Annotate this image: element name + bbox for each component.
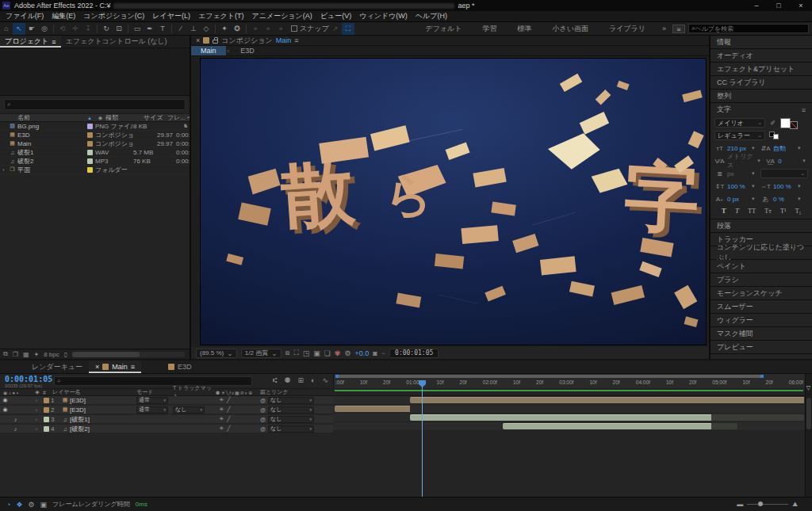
- audio-icon[interactable]: ♪: [10, 426, 21, 432]
- label-column-icon[interactable]: ◈: [32, 389, 43, 395]
- panel-header-motion-sketch[interactable]: モーションスケッチ: [710, 287, 812, 300]
- label-chip[interactable]: [84, 158, 95, 164]
- project-item-haretsu1[interactable]: ♫ 破裂1 WAV 5.7 MB 0:00:00:0: [0, 148, 190, 157]
- home-icon[interactable]: ⌂: [0, 23, 13, 35]
- layer-3-lane[interactable]: [333, 414, 805, 422]
- text-tool-icon[interactable]: T: [156, 23, 169, 35]
- puppet-pin-tool-icon[interactable]: ✪: [231, 23, 243, 35]
- layer-row-3[interactable]: ♪ › 3 ♫ [破裂1] ☀╱ @なし▾: [0, 415, 333, 424]
- trackmatte-select[interactable]: なし▾: [173, 406, 205, 414]
- stroke-color-swatch[interactable]: [790, 121, 798, 129]
- label-chip[interactable]: [41, 426, 51, 432]
- local-axis-mode-icon[interactable]: ⌖: [249, 23, 262, 35]
- project-item-haretsu2[interactable]: ♫ 破裂2 MP3 76 KB 0:00:00:0: [0, 157, 190, 166]
- pickwhip-icon[interactable]: @: [260, 417, 266, 422]
- panel-header-align[interactable]: 整列: [710, 90, 812, 103]
- region-of-interest-icon[interactable]: ▣: [313, 349, 320, 357]
- stroke-style-select[interactable]: ⌄: [760, 169, 808, 178]
- hand-tool-icon[interactable]: ☛: [25, 23, 38, 35]
- menu-effect[interactable]: エフェクト(T): [194, 11, 248, 21]
- zoom-out-icon[interactable]: ▬: [737, 501, 743, 508]
- frame-blend-icon[interactable]: ⊞: [297, 376, 304, 384]
- render-settings-icon[interactable]: ⚙: [29, 501, 35, 509]
- menu-layer[interactable]: レイヤー(L): [148, 11, 194, 21]
- faux-bold-button[interactable]: T: [722, 207, 726, 215]
- label-chip[interactable]: [84, 132, 95, 138]
- collapse-transformations-icon[interactable]: ☀: [219, 425, 224, 432]
- cache-snail-icon[interactable]: ◔: [6, 501, 10, 509]
- rotation-tool-icon[interactable]: ↻: [100, 23, 113, 35]
- workspace-learn[interactable]: 学習: [473, 24, 508, 34]
- horizontal-scale-value[interactable]: 100 %: [773, 183, 795, 190]
- chevron-down-icon[interactable]: ▾: [798, 183, 804, 189]
- selection-tool-icon[interactable]: ↖: [13, 23, 25, 35]
- label-column-icon[interactable]: ◈: [95, 115, 105, 121]
- label-chip[interactable]: [41, 398, 51, 403]
- scrollbar-thumb[interactable]: [806, 398, 811, 429]
- panel-header-mask-interpolation[interactable]: マスク補間: [710, 327, 812, 341]
- column-type[interactable]: 種類: [105, 113, 144, 122]
- menu-window[interactable]: ウィンドウ(W): [355, 11, 412, 21]
- composition-tab-bar[interactable]: × コンポジション Main ≡: [191, 36, 709, 46]
- font-style-select[interactable]: レギュラー⌄: [714, 131, 765, 140]
- panel-menu-icon[interactable]: ≡: [802, 106, 806, 114]
- project-bit-depth[interactable]: 8 bpc: [44, 351, 59, 358]
- small-caps-button[interactable]: Tᴛ: [764, 208, 771, 215]
- panel-menu-icon[interactable]: ≡: [294, 36, 298, 44]
- resolution-select[interactable]: 1/2 画質 ⌄: [241, 349, 282, 358]
- twirl-icon[interactable]: ›: [32, 407, 41, 412]
- brush-tool-icon[interactable]: ∕: [174, 23, 187, 35]
- workspace-standard[interactable]: 標準: [508, 24, 542, 34]
- magnification-select[interactable]: (89.5 %) ⌄: [196, 349, 237, 358]
- dolly-camera-tool-icon[interactable]: ↧: [82, 23, 94, 35]
- twirl-icon[interactable]: ›: [0, 167, 7, 173]
- panel-header-wiggler[interactable]: ウィグラー: [710, 314, 812, 327]
- composition-mini-flowchart-icon[interactable]: ⑆: [273, 376, 277, 384]
- project-item-e3d[interactable]: ▦ E3D コンポジション 29.97 0:00:00:0: [0, 131, 190, 139]
- parent-select[interactable]: なし▾: [268, 416, 314, 423]
- menu-edit[interactable]: 編集(E): [48, 11, 79, 21]
- layer-name[interactable]: [E3D]: [70, 406, 136, 414]
- capture-icon[interactable]: ▣: [40, 501, 48, 509]
- maximize-button[interactable]: □: [768, 0, 790, 11]
- baseline-shift-value[interactable]: 0 px: [727, 196, 749, 203]
- subscript-button[interactable]: T₁: [795, 208, 802, 215]
- pickwhip-icon[interactable]: @: [260, 426, 266, 432]
- chevron-down-icon[interactable]: ▾: [757, 158, 763, 164]
- exposure-value[interactable]: +0.0: [354, 349, 369, 357]
- menu-animation[interactable]: アニメーション(A): [248, 11, 316, 21]
- layer-row-4[interactable]: ♪ › 4 ♫ [破裂2] ☀╱ @なし▾: [0, 425, 333, 433]
- layer-name-column[interactable]: レイヤー名: [52, 388, 136, 396]
- project-search-box[interactable]: ⌕: [4, 99, 186, 110]
- workspace-small-screen[interactable]: 小さい画面: [542, 24, 599, 34]
- mode-column[interactable]: モード: [136, 388, 173, 396]
- layer-name[interactable]: [破裂1]: [70, 415, 136, 424]
- chevron-down-icon[interactable]: ▾: [752, 196, 758, 202]
- label-chip[interactable]: [41, 407, 51, 413]
- mask-shape-tool-icon[interactable]: ▭: [131, 23, 144, 35]
- collapse-transformations-icon[interactable]: ☀: [219, 406, 224, 413]
- project-horizontal-scrollbar[interactable]: [72, 352, 185, 357]
- parent-link-column[interactable]: 親とリンク: [260, 388, 333, 396]
- column-inpoint[interactable]: インポイント: [186, 113, 190, 122]
- panel-header-preview[interactable]: プレビュー: [710, 341, 812, 354]
- mode-select[interactable]: 通常▾: [136, 397, 168, 404]
- layer-name[interactable]: [E3D]: [70, 397, 136, 404]
- quality-icon[interactable]: ╱: [227, 406, 230, 413]
- layer-1-lane[interactable]: [333, 396, 805, 405]
- exposure-gear-icon[interactable]: ⚙: [344, 349, 350, 357]
- tab-effect-controls[interactable]: エフェクトコントロール (なし): [61, 36, 172, 48]
- snap-options-icon[interactable]: ↗: [329, 23, 342, 35]
- channel-icon[interactable]: ✾: [335, 349, 341, 357]
- quality-icon[interactable]: ╱: [227, 397, 230, 403]
- kerning-value[interactable]: メトリクス: [727, 152, 755, 170]
- layer-4-lane[interactable]: [333, 422, 805, 431]
- twirl-icon[interactable]: ›: [32, 398, 41, 402]
- panel-header-effects-presets[interactable]: エフェクト&プリセット: [710, 63, 812, 76]
- label-chip[interactable]: [84, 141, 95, 147]
- pickwhip-icon[interactable]: @: [260, 398, 266, 403]
- collapse-transformations-icon[interactable]: ☀: [219, 416, 224, 422]
- interpret-footage-icon[interactable]: ⧉: [3, 350, 8, 358]
- label-chip[interactable]: [84, 150, 95, 155]
- column-fps[interactable]: フレ...: [167, 113, 186, 122]
